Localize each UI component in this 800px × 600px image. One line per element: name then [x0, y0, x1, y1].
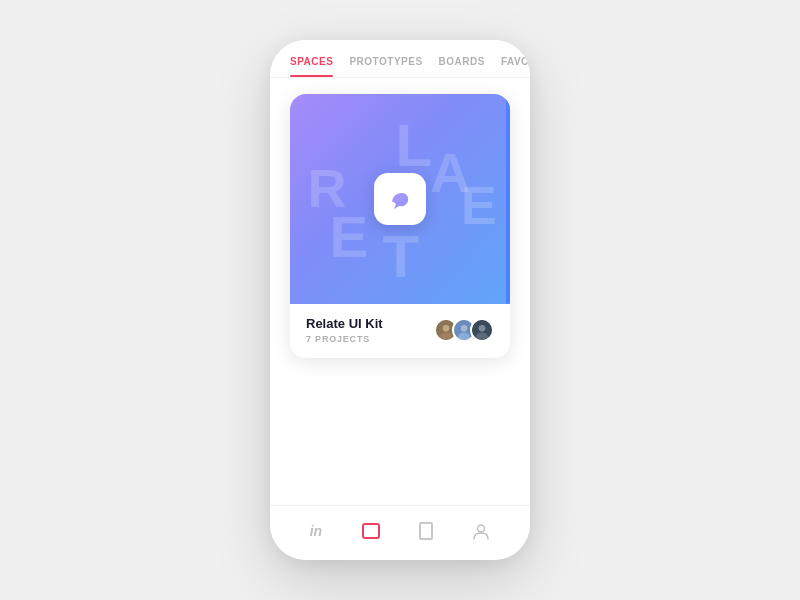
app-icon — [374, 173, 426, 225]
phone-frame: SPACES PROTOTYPES BOARDS FAVORITES R E — [270, 40, 530, 560]
bottom-nav-invision[interactable]: in — [306, 519, 326, 543]
svg-point-6 — [461, 325, 468, 332]
tab-favorites-label: FAVORITES — [501, 56, 530, 67]
content-area: R E L A T E — [270, 78, 530, 505]
svg-point-10 — [476, 333, 488, 341]
avatar-3-image — [472, 318, 492, 342]
tablet-icon — [419, 522, 433, 540]
tab-prototypes[interactable]: PROTOTYPES — [349, 56, 422, 77]
bottom-nav-profile[interactable] — [468, 518, 494, 544]
tab-boards[interactable]: BOARDS — [439, 56, 485, 77]
profile-icon — [472, 522, 490, 540]
svg-point-3 — [443, 325, 450, 332]
svg-point-4 — [440, 333, 452, 341]
bg-letter-e: E — [330, 203, 369, 270]
avatar-3 — [470, 318, 494, 342]
tab-spaces-label: SPACES — [290, 56, 333, 67]
invision-icon: in — [310, 523, 322, 539]
app-icon-inner — [385, 184, 415, 214]
tab-favorites[interactable]: FAVORITES — [501, 56, 530, 77]
card-subtitle: 7 PROJECTS — [306, 334, 383, 344]
tab-spaces[interactable]: SPACES — [290, 56, 333, 77]
bottom-nav-tablet[interactable] — [415, 518, 437, 544]
tab-prototypes-label: PROTOTYPES — [349, 56, 422, 67]
card-peek-blue — [506, 94, 510, 304]
svg-point-7 — [458, 333, 470, 341]
card-info: Relate UI Kit 7 PROJECTS — [290, 304, 510, 358]
card-text: Relate UI Kit 7 PROJECTS — [306, 316, 383, 344]
bottom-nav: in — [270, 505, 530, 560]
avatar-group — [434, 318, 494, 342]
bg-letter-e2: E — [461, 174, 497, 236]
svg-point-11 — [478, 525, 485, 532]
card-title: Relate UI Kit — [306, 316, 383, 331]
project-card[interactable]: R E L A T E — [290, 94, 510, 358]
nav-tabs: SPACES PROTOTYPES BOARDS FAVORITES — [270, 40, 530, 77]
card-thumbnail: R E L A T E — [290, 94, 510, 304]
relate-logo-icon — [386, 185, 414, 213]
bg-letter-l: L — [396, 111, 433, 180]
bottom-nav-boards[interactable] — [358, 519, 384, 543]
bg-letter-t: T — [382, 222, 419, 291]
svg-point-9 — [479, 325, 486, 332]
boards-icon — [362, 523, 380, 539]
tab-boards-label: BOARDS — [439, 56, 485, 67]
